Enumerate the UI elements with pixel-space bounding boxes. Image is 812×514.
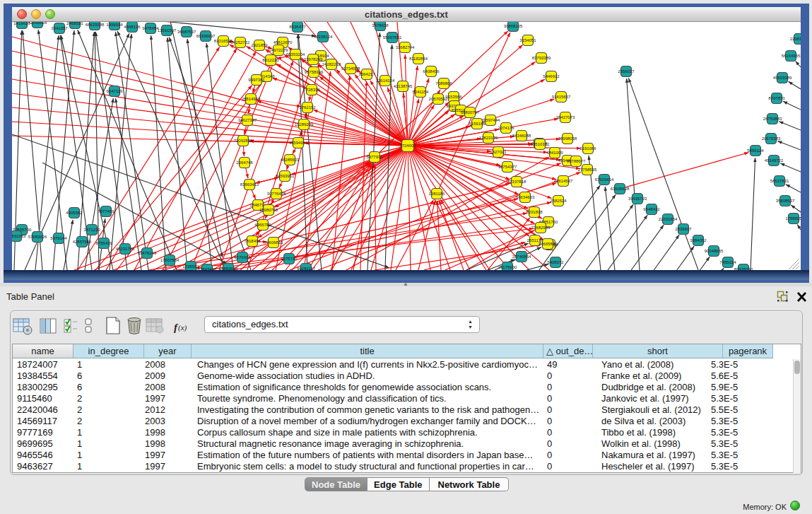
svg-text:84593961: 84593961 xyxy=(276,174,295,178)
svg-text:2839607: 2839607 xyxy=(675,227,692,231)
svg-text:2264748: 2264748 xyxy=(236,160,253,165)
svg-text:38427073: 38427073 xyxy=(556,115,575,119)
svg-text:8612220: 8612220 xyxy=(262,58,279,62)
svg-text:29175900: 29175900 xyxy=(498,265,517,269)
svg-text:7818496: 7818496 xyxy=(244,239,261,243)
svg-text:3762152: 3762152 xyxy=(299,105,316,110)
svg-text:1499914: 1499914 xyxy=(106,23,123,27)
svg-text:7377459: 7377459 xyxy=(98,209,114,214)
svg-text:6647119: 6647119 xyxy=(107,89,124,93)
svg-text:27758595: 27758595 xyxy=(578,168,597,172)
svg-text:99788677: 99788677 xyxy=(567,159,586,163)
svg-text:95758349: 95758349 xyxy=(305,70,324,74)
svg-text:6438436: 6438436 xyxy=(423,69,440,74)
svg-text:68800797: 68800797 xyxy=(461,110,480,115)
svg-text:39476249: 39476249 xyxy=(138,251,157,255)
svg-text:31831063: 31831063 xyxy=(12,234,26,238)
svg-text:9153566: 9153566 xyxy=(445,95,462,99)
svg-text:67503414: 67503414 xyxy=(595,177,614,182)
svg-text:66306997: 66306997 xyxy=(196,34,216,38)
svg-text:4668136: 4668136 xyxy=(124,25,141,29)
svg-text:36998038: 36998038 xyxy=(558,136,577,141)
svg-text:3564217: 3564217 xyxy=(358,72,375,76)
svg-text:83793389: 83793389 xyxy=(532,56,551,60)
svg-text:72092888: 72092888 xyxy=(234,139,253,143)
svg-text:3341057: 3341057 xyxy=(51,26,68,30)
svg-text:11980765: 11980765 xyxy=(259,208,278,212)
svg-text:19510312: 19510312 xyxy=(531,142,550,146)
svg-text:(x): (x) xyxy=(178,323,187,332)
svg-text:5408072: 5408072 xyxy=(547,260,564,264)
svg-text:7089806: 7089806 xyxy=(435,81,452,86)
svg-text:10289289: 10289289 xyxy=(295,122,314,127)
svg-text:91415657: 91415657 xyxy=(552,95,571,99)
svg-text:8231838: 8231838 xyxy=(526,210,543,214)
svg-text:45503389: 45503389 xyxy=(773,76,792,80)
svg-text:42138745: 42138745 xyxy=(394,84,413,88)
svg-text:13561597: 13561597 xyxy=(158,28,177,33)
svg-text:2921859: 2921859 xyxy=(251,43,268,47)
svg-text:55667651: 55667651 xyxy=(383,35,402,40)
svg-text:26753883: 26753883 xyxy=(763,117,782,121)
svg-text:31682744: 31682744 xyxy=(396,45,415,49)
svg-text:1768805: 1768805 xyxy=(785,216,801,221)
svg-text:74606833: 74606833 xyxy=(264,240,283,245)
svg-text:49349722: 49349722 xyxy=(765,158,784,163)
svg-text:56164955: 56164955 xyxy=(782,54,801,58)
svg-text:17507864: 17507864 xyxy=(160,258,180,262)
svg-text:48285503: 48285503 xyxy=(281,158,300,162)
svg-text:30776478: 30776478 xyxy=(267,192,286,196)
svg-text:5977931: 5977931 xyxy=(366,155,383,159)
svg-text:9997381: 9997381 xyxy=(248,78,265,82)
svg-text:12614124: 12614124 xyxy=(376,78,395,83)
svg-text:42868828: 42868828 xyxy=(28,22,47,25)
svg-text:84346088: 84346088 xyxy=(512,134,531,138)
svg-text:83863413: 83863413 xyxy=(240,182,259,187)
svg-text:12823170: 12823170 xyxy=(479,136,498,140)
svg-text:2556017: 2556017 xyxy=(618,69,635,74)
svg-text:4905582: 4905582 xyxy=(66,211,83,215)
svg-text:22981052: 22981052 xyxy=(790,37,801,41)
svg-text:24665841: 24665841 xyxy=(539,242,558,246)
svg-text:3154051: 3154051 xyxy=(519,38,536,42)
svg-text:42857966: 42857966 xyxy=(73,240,92,244)
svg-text:90048665: 90048665 xyxy=(705,249,724,253)
svg-text:3684052: 3684052 xyxy=(690,238,707,243)
svg-text:28814949: 28814949 xyxy=(242,97,261,101)
svg-text:66629388: 66629388 xyxy=(86,23,105,27)
svg-text:30868105: 30868105 xyxy=(504,24,523,28)
svg-text:45812670: 45812670 xyxy=(273,40,293,45)
svg-text:5855124: 5855124 xyxy=(747,148,764,153)
svg-text:4965789: 4965789 xyxy=(254,223,271,227)
svg-text:2582524: 2582524 xyxy=(550,199,567,203)
svg-text:36687537: 36687537 xyxy=(177,30,196,34)
svg-text:64634663: 64634663 xyxy=(516,195,535,199)
svg-text:81182864: 81182864 xyxy=(409,57,428,61)
svg-text:28740864: 28740864 xyxy=(512,255,531,259)
svg-text:8707870: 8707870 xyxy=(768,96,785,100)
svg-text:38754377: 38754377 xyxy=(498,165,517,169)
svg-text:91734598: 91734598 xyxy=(341,66,360,71)
svg-text:6279418: 6279418 xyxy=(234,255,251,259)
svg-text:8536477: 8536477 xyxy=(289,25,306,29)
svg-text:9375710: 9375710 xyxy=(281,257,298,261)
svg-text:7728339: 7728339 xyxy=(303,88,320,92)
svg-text:42614537: 42614537 xyxy=(554,179,573,183)
svg-text:2074176: 2074176 xyxy=(498,126,514,130)
svg-text:5479144: 5479144 xyxy=(50,236,67,240)
svg-text:7455324: 7455324 xyxy=(719,260,736,264)
svg-text:72682989: 72682989 xyxy=(531,226,551,230)
svg-text:2191066: 2191066 xyxy=(579,146,596,151)
svg-text:68353204: 68353204 xyxy=(286,52,305,57)
svg-text:57683626: 57683626 xyxy=(28,235,47,239)
svg-text:58537831: 58537831 xyxy=(770,179,789,183)
svg-text:46231783: 46231783 xyxy=(116,247,135,251)
svg-text:5446912: 5446912 xyxy=(543,74,560,78)
svg-text:63606628: 63606628 xyxy=(611,187,630,191)
svg-text:3871230: 3871230 xyxy=(83,228,100,232)
svg-text:22201654: 22201654 xyxy=(659,217,678,221)
svg-text:5041154: 5041154 xyxy=(413,90,430,94)
svg-text:84252722: 84252722 xyxy=(231,40,250,45)
svg-text:1527021: 1527021 xyxy=(490,150,507,154)
svg-text:2458591: 2458591 xyxy=(66,22,83,25)
